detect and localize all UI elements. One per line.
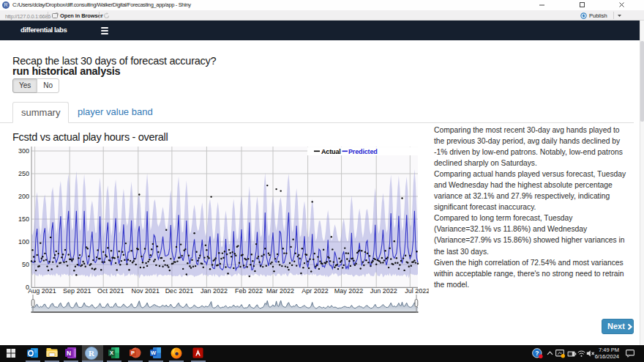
- svg-text:Predicted: Predicted: [348, 148, 378, 155]
- svg-text:Actual: Actual: [321, 148, 341, 155]
- svg-text:Nov 2021: Nov 2021: [132, 287, 160, 295]
- svg-text:X: X: [110, 350, 113, 356]
- svg-text:Mar 2022: Mar 2022: [266, 287, 294, 295]
- svg-text:50: 50: [22, 261, 29, 268]
- svg-text:Dec 2021: Dec 2021: [165, 287, 194, 295]
- svg-text:100: 100: [18, 238, 29, 245]
- svg-text:Jan 2022: Jan 2022: [201, 287, 228, 295]
- svg-text:Jul 2022: Jul 2022: [405, 287, 429, 295]
- svg-text:May 2022: May 2022: [334, 287, 364, 295]
- svg-text:W: W: [151, 350, 157, 356]
- svg-text:Oct 2021: Oct 2021: [97, 287, 124, 295]
- svg-text:Jun 2022: Jun 2022: [370, 287, 397, 295]
- svg-text:R: R: [89, 349, 95, 358]
- svg-text:P: P: [131, 350, 135, 356]
- svg-text:Aug 2021: Aug 2021: [28, 287, 56, 295]
- svg-text:150: 150: [18, 215, 29, 223]
- svg-text:200: 200: [18, 193, 29, 200]
- svg-text:N: N: [67, 350, 71, 357]
- svg-text:300: 300: [18, 147, 29, 155]
- svg-text:Sep 2021: Sep 2021: [63, 287, 91, 295]
- svg-text:250: 250: [18, 170, 29, 177]
- svg-text:?: ?: [535, 350, 539, 357]
- svg-text:Apr 2022: Apr 2022: [302, 287, 329, 295]
- svg-text:Feb 2022: Feb 2022: [235, 287, 263, 295]
